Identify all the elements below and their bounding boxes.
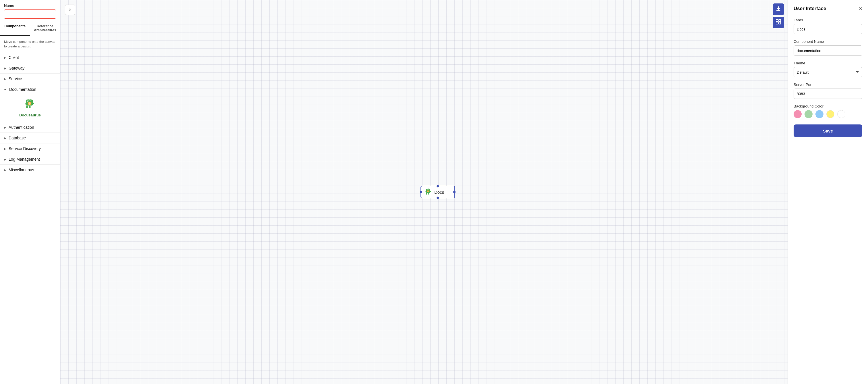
docusaurus-label: Docusaurus: [19, 113, 41, 117]
section-label-authentication: Authentication: [9, 125, 34, 129]
field-label-section: Label: [794, 18, 862, 34]
section-header-gateway[interactable]: ▶ Gateway: [0, 63, 60, 73]
name-label: Name: [4, 3, 56, 8]
svg-rect-5: [26, 106, 28, 108]
svg-rect-6: [29, 106, 30, 108]
section-label-documentation: Documentation: [9, 87, 36, 92]
svg-rect-2: [30, 99, 31, 101]
chevron-miscellaneous-icon: ▶: [4, 169, 6, 172]
section-label-client: Client: [9, 55, 19, 60]
theme-select[interactable]: Default Dark Light: [794, 67, 862, 77]
color-swatch-pink[interactable]: [794, 110, 802, 118]
chevron-service-icon: ▶: [4, 77, 6, 81]
svg-rect-17: [428, 188, 429, 190]
svg-rect-23: [426, 191, 427, 192]
top-right-toolbar: [773, 3, 784, 28]
section-log-management: ▶ Log Management: [0, 154, 60, 165]
chevron-documentation-icon: ▼: [4, 88, 7, 91]
field-theme-section: Theme Default Dark Light: [794, 61, 862, 77]
color-swatch-blue[interactable]: [815, 110, 824, 118]
section-label-gateway: Gateway: [9, 66, 24, 70]
panel-header: User Interface ×: [794, 6, 862, 11]
close-button[interactable]: ×: [65, 5, 75, 15]
field-server-port-section: Server Port: [794, 83, 862, 99]
section-header-documentation[interactable]: ▼ Documentation: [0, 84, 60, 94]
section-header-authentication[interactable]: ▶ Authentication: [0, 122, 60, 132]
sidebar-hint: Move components onto the canvas to creat…: [0, 36, 60, 52]
docs-component-label: Docs: [434, 190, 444, 195]
name-input[interactable]: [4, 9, 56, 19]
component-name-input[interactable]: [794, 46, 862, 56]
section-service-discovery: ▶ Service Discovery: [0, 143, 60, 154]
color-swatch-green[interactable]: [805, 110, 812, 118]
resize-handle-bottom[interactable]: [437, 197, 439, 199]
section-header-service[interactable]: ▶ Service: [0, 73, 60, 84]
color-options: [794, 110, 862, 118]
section-client: ▶ Client: [0, 52, 60, 63]
label-input[interactable]: [794, 24, 862, 34]
background-color-field-label: Background Color: [794, 104, 862, 108]
svg-rect-22: [430, 191, 431, 192]
theme-field-label: Theme: [794, 61, 862, 65]
svg-rect-30: [776, 20, 778, 22]
name-section: Name: [0, 0, 60, 21]
docs-component-icon: [425, 188, 433, 196]
svg-rect-7: [32, 103, 34, 104]
section-label-miscellaneous: Miscellaneous: [9, 168, 34, 172]
canvas[interactable]: × Docs: [60, 0, 787, 384]
docusaurus-icon: [23, 97, 38, 112]
svg-point-4: [27, 101, 28, 101]
right-panel: User Interface × Label Component Name Th…: [787, 0, 868, 384]
chevron-authentication-icon: ▶: [4, 126, 6, 129]
section-authentication: ▶ Authentication: [0, 122, 60, 133]
chevron-gateway-icon: ▶: [4, 67, 6, 70]
server-port-input[interactable]: [794, 89, 862, 99]
section-header-database[interactable]: ▶ Database: [0, 133, 60, 143]
section-gateway: ▶ Gateway: [0, 63, 60, 73]
chevron-client-icon: ▶: [4, 56, 6, 59]
diagram-button[interactable]: [773, 17, 784, 28]
svg-rect-8: [25, 103, 26, 105]
field-background-color-section: Background Color: [794, 104, 862, 118]
svg-point-19: [427, 190, 427, 190]
download-icon: [776, 6, 781, 12]
tab-components[interactable]: Components: [0, 21, 30, 36]
canvas-component-docs[interactable]: Docs: [421, 186, 455, 198]
panel-close-button[interactable]: ×: [859, 6, 862, 11]
chevron-log-management-icon: ▶: [4, 158, 6, 161]
field-component-name-section: Component Name: [794, 39, 862, 56]
chevron-database-icon: ▶: [4, 137, 6, 140]
section-label-service-discovery: Service Discovery: [9, 146, 41, 151]
docusaurus-item[interactable]: Docusaurus: [0, 94, 60, 122]
section-service: ▶ Service: [0, 73, 60, 84]
diagram-icon: [776, 19, 781, 26]
tab-reference-architectures[interactable]: Reference Architectures: [30, 21, 60, 36]
label-field-label: Label: [794, 18, 862, 22]
section-miscellaneous: ▶ Miscellaneous: [0, 165, 60, 175]
svg-rect-20: [426, 193, 427, 195]
section-database: ▶ Database: [0, 133, 60, 143]
sidebar-tabs: Components Reference Architectures: [0, 21, 60, 36]
color-swatch-white[interactable]: [837, 110, 845, 118]
resize-handle-top[interactable]: [437, 185, 439, 187]
section-label-service: Service: [9, 77, 22, 81]
resize-handle-left[interactable]: [420, 191, 422, 193]
close-icon: ×: [69, 7, 71, 12]
resize-handle-right[interactable]: [453, 191, 456, 193]
svg-rect-32: [776, 22, 778, 24]
panel-title: User Interface: [794, 6, 826, 11]
svg-rect-33: [779, 22, 781, 24]
section-header-client[interactable]: ▶ Client: [0, 52, 60, 63]
color-swatch-yellow[interactable]: [826, 110, 834, 118]
section-header-log-management[interactable]: ▶ Log Management: [0, 154, 60, 165]
section-label-database: Database: [9, 136, 26, 140]
sidebar: Name Components Reference Architectures …: [0, 0, 60, 384]
download-button[interactable]: [773, 3, 784, 15]
section-header-miscellaneous[interactable]: ▶ Miscellaneous: [0, 165, 60, 175]
server-port-field-label: Server Port: [794, 83, 862, 87]
save-button[interactable]: Save: [794, 124, 862, 137]
section-documentation: ▼ Documentation: [0, 84, 60, 122]
section-header-service-discovery[interactable]: ▶ Service Discovery: [0, 143, 60, 154]
component-name-field-label: Component Name: [794, 39, 862, 44]
chevron-service-discovery-icon: ▶: [4, 147, 6, 150]
